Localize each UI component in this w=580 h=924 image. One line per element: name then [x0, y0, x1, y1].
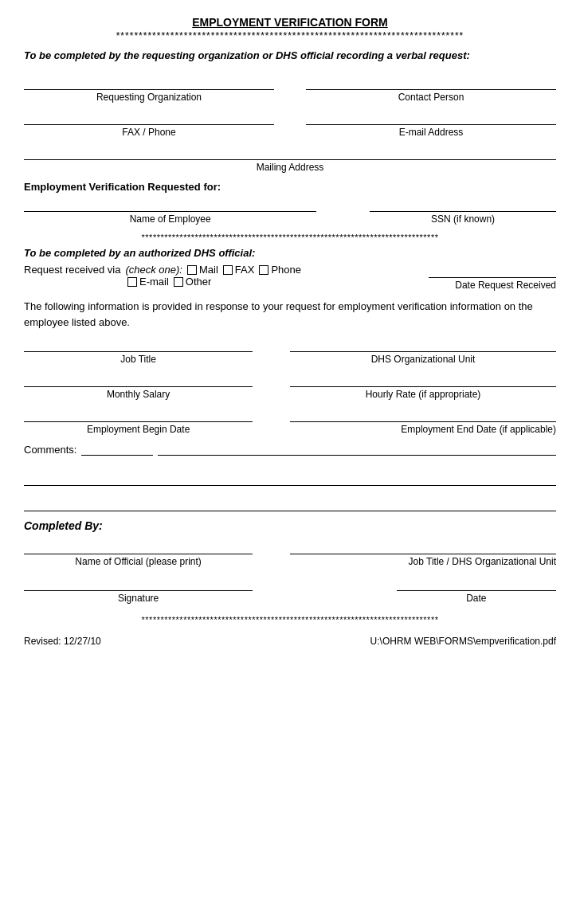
hourly-rate-line	[290, 373, 556, 387]
extra-line-1	[24, 468, 556, 486]
monthly-salary-label: Monthly Salary	[24, 389, 253, 400]
date-request-line	[429, 264, 556, 278]
revised-label: Revised: 12/27/10	[24, 636, 101, 647]
check-email[interactable]: E-mail	[127, 276, 169, 288]
stars-top: ****************************************…	[24, 30, 556, 41]
comments-line-short	[81, 441, 153, 456]
email-line	[306, 111, 556, 125]
check-mail[interactable]: Mail	[187, 264, 218, 276]
check-line1: Request received via (check one): Mail F…	[24, 264, 301, 276]
signature-label: Signature	[24, 593, 253, 604]
dhs-org-label: DHS Organizational Unit	[290, 354, 556, 365]
email-label: E-mail Address	[306, 127, 556, 138]
check-other[interactable]: Other	[174, 276, 212, 288]
job-title-label: Job Title	[24, 354, 253, 365]
monthly-salary-line	[24, 373, 253, 387]
dhs-org-line	[290, 338, 556, 352]
request-via-row: Request received via (check one): Mail F…	[24, 264, 556, 291]
footer-row: Revised: 12/27/10 U:\OHRM WEB\FORMS\empv…	[24, 636, 556, 647]
paragraph-text: The following information is provided in…	[24, 299, 556, 330]
ssn-line	[370, 198, 556, 212]
phone-label: Phone	[271, 264, 301, 276]
comments-label: Comments:	[24, 444, 76, 456]
name-official-line	[24, 540, 253, 554]
contact-person-label: Contact Person	[306, 92, 556, 103]
emp-begin-label: Employment Begin Date	[24, 424, 253, 435]
employee-name-label: Name of Employee	[24, 213, 316, 225]
job-title-dhs-line	[290, 540, 556, 554]
requesting-org-line	[24, 76, 274, 90]
checkbox-fax[interactable]	[223, 265, 233, 275]
stars-bottom: ****************************************…	[24, 615, 556, 624]
extra-line-2	[24, 494, 556, 511]
checkbox-other[interactable]	[174, 277, 183, 287]
date-request-label: Date Request Received	[455, 280, 556, 291]
file-path: U:\OHRM WEB\FORMS\empverification.pdf	[370, 636, 556, 647]
fax-label: FAX	[235, 264, 255, 276]
checkbox-mail[interactable]	[187, 265, 197, 275]
email-check-label: E-mail	[139, 276, 169, 288]
job-title-dhs-label: Job Title / DHS Organizational Unit	[290, 556, 556, 567]
mail-label: Mail	[199, 264, 218, 276]
date-line	[397, 577, 556, 591]
completed-by-label: Completed By:	[24, 519, 556, 532]
emp-begin-line	[24, 408, 253, 422]
checkbox-email[interactable]	[127, 277, 137, 287]
section2-label: To be completed by an authorized DHS off…	[24, 247, 556, 259]
contact-person-line	[306, 76, 556, 90]
comments-line-long	[158, 441, 556, 456]
name-official-label: Name of Official (please print)	[24, 556, 253, 567]
mailing-address-line	[24, 146, 556, 160]
mailing-address-label: Mailing Address	[257, 162, 324, 173]
check-fax[interactable]: FAX	[223, 264, 255, 276]
check-one-text: (check one):	[125, 264, 182, 276]
section1-label: Employment Verification Requested for:	[24, 181, 556, 193]
requesting-org-label: Requesting Organization	[24, 92, 274, 103]
request-via-text: Request received via	[24, 264, 120, 276]
emp-end-line	[290, 408, 556, 422]
emp-end-label: Employment End Date (if applicable)	[290, 424, 556, 435]
ssn-label: SSN (if known)	[370, 213, 556, 225]
intro-text: To be completed by the requesting organi…	[24, 49, 556, 61]
employee-name-line	[24, 198, 316, 212]
hourly-rate-label: Hourly Rate (if appropriate)	[290, 389, 556, 400]
check-line2: E-mail Other	[24, 276, 301, 288]
stars-mid: ****************************************…	[24, 233, 556, 242]
job-title-line	[24, 338, 253, 352]
date-label: Date	[397, 593, 556, 604]
signature-line	[24, 577, 253, 591]
check-phone[interactable]: Phone	[259, 264, 301, 276]
checkbox-phone[interactable]	[259, 265, 268, 275]
fax-phone-label: FAX / Phone	[24, 127, 274, 138]
other-label: Other	[186, 276, 212, 288]
fax-phone-line	[24, 111, 274, 125]
form-title: EMPLOYMENT VERIFICATION FORM	[24, 16, 556, 29]
